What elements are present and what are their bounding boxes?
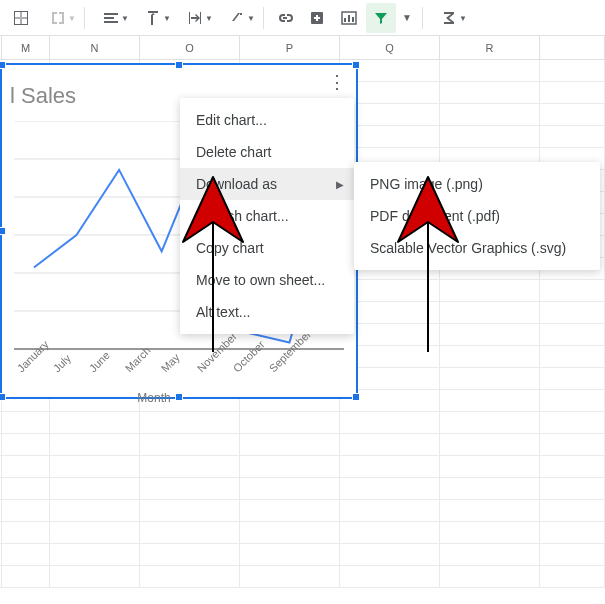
filter-button[interactable] xyxy=(366,3,396,33)
resize-handle[interactable] xyxy=(175,61,183,69)
annotation-arrow xyxy=(383,172,473,352)
resize-handle[interactable] xyxy=(0,393,6,401)
separator xyxy=(263,7,264,29)
grid[interactable]: ⋮ l Sales JanuaryJulyJuneMarchMayNovembe… xyxy=(0,60,605,604)
borders-button[interactable] xyxy=(6,3,36,33)
resize-handle[interactable] xyxy=(175,393,183,401)
column-header[interactable]: P xyxy=(240,36,340,59)
axis-tick-label: May xyxy=(159,352,182,375)
resize-handle[interactable] xyxy=(352,61,360,69)
axis-tick-label: September xyxy=(267,352,290,375)
rotate-button[interactable]: ▼ xyxy=(217,3,257,33)
toolbar: ▼ ▼ ▼ ▼ ▼ ▼ ▼ xyxy=(0,0,605,36)
annotation-arrow xyxy=(168,172,258,352)
axis-tick-label: July xyxy=(51,352,74,375)
spreadsheet: MNOPQR ⋮ l Sales xyxy=(0,36,605,604)
column-header[interactable]: N xyxy=(50,36,140,59)
chart-button[interactable] xyxy=(334,3,364,33)
axis-tick-label: October xyxy=(231,352,254,375)
svg-rect-2 xyxy=(344,18,346,22)
separator xyxy=(422,7,423,29)
resize-handle[interactable] xyxy=(0,61,6,69)
column-header[interactable]: R xyxy=(440,36,540,59)
wrap-button[interactable]: ▼ xyxy=(175,3,215,33)
menu-item[interactable]: Delete chart xyxy=(180,136,354,168)
column-header[interactable]: M xyxy=(2,36,50,59)
axis-tick-label: November xyxy=(195,352,218,375)
comment-button[interactable] xyxy=(302,3,332,33)
axis-tick-label: June xyxy=(87,352,110,375)
column-header[interactable] xyxy=(540,36,605,59)
column-header[interactable]: Q xyxy=(340,36,440,59)
halign-button[interactable]: ▼ xyxy=(91,3,131,33)
resize-handle[interactable] xyxy=(352,393,360,401)
axis-tick-label: January xyxy=(15,352,38,375)
link-button[interactable] xyxy=(270,3,300,33)
column-headers: MNOPQR xyxy=(0,36,605,60)
merge-button[interactable]: ▼ xyxy=(38,3,78,33)
valign-button[interactable]: ▼ xyxy=(133,3,173,33)
functions-button[interactable]: ▼ xyxy=(429,3,469,33)
column-header[interactable]: O xyxy=(140,36,240,59)
resize-handle[interactable] xyxy=(0,227,6,235)
filter-dropdown-button[interactable]: ▼ xyxy=(398,3,416,33)
menu-item[interactable]: Edit chart... xyxy=(180,104,354,136)
svg-rect-3 xyxy=(348,15,350,22)
x-axis-labels: JanuaryJulyJuneMarchMayNovemberOctoberSe… xyxy=(2,357,356,369)
chart-menu-icon[interactable]: ⋮ xyxy=(328,77,346,87)
submenu-caret-icon: ▶ xyxy=(336,179,344,190)
separator xyxy=(84,7,85,29)
axis-tick-label: March xyxy=(123,352,146,375)
svg-rect-4 xyxy=(352,17,354,22)
